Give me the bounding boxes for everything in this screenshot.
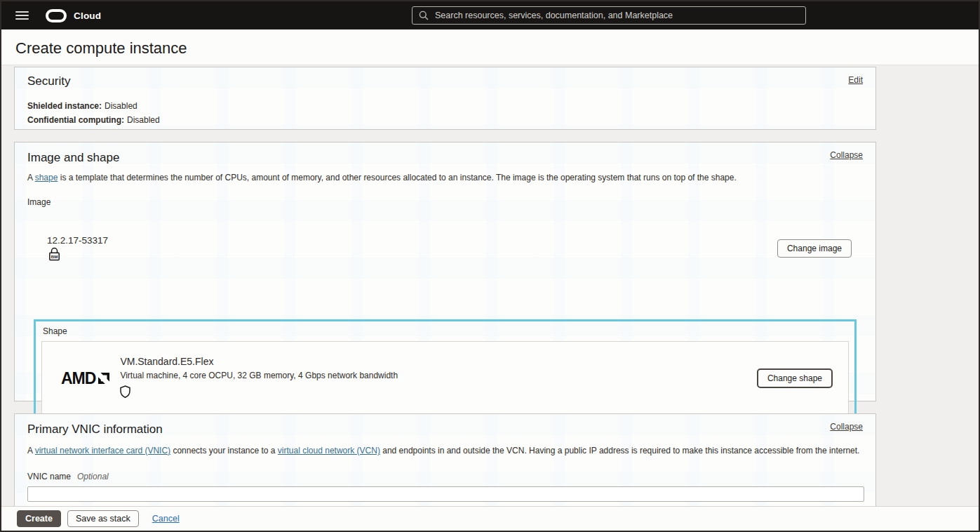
create-button[interactable]: Create — [17, 510, 61, 527]
content-area: Edit Security Shielded instance:Disabled… — [1, 65, 979, 506]
confidential-computing-row: Confidential computing:Disabled — [27, 113, 863, 127]
cancel-link[interactable]: Cancel — [152, 514, 180, 524]
amd-logo-text: AMD — [61, 369, 95, 388]
vnic-description-prefix: A — [27, 446, 35, 455]
shape-name: VM.Standard.E5.Flex — [120, 356, 398, 367]
page-title: Create compute instance — [15, 39, 979, 58]
search-icon — [419, 11, 429, 20]
image-and-shape-section: Collapse Image and shape A shape is a te… — [14, 142, 876, 401]
primary-vnic-description: A virtual network interface card (VNIC) … — [27, 445, 863, 456]
vnic-doc-link[interactable]: virtual network interface card (VNIC) — [35, 446, 170, 455]
image-row: 12.2.17-53317 BM Change image — [27, 235, 863, 300]
security-section-title: Security — [27, 74, 863, 88]
vnic-name-label: VNIC name — [27, 472, 71, 481]
vnic-collapse-link[interactable]: Collapse — [830, 422, 863, 432]
shape-label: Shape — [43, 326, 849, 336]
image-name: 12.2.17-53317 — [47, 235, 108, 246]
shape-description: Virtual machine, 4 core OCPU, 32 GB memo… — [120, 371, 398, 380]
oracle-logo-icon[interactable] — [46, 9, 67, 22]
vnic-name-label-row: VNIC nameOptional — [27, 472, 863, 481]
shielded-instance-value: Disabled — [105, 101, 137, 111]
image-label: Image — [27, 197, 863, 207]
shape-details: VM.Standard.E5.Flex Virtual machine, 4 c… — [120, 356, 398, 401]
shielded-instance-row: Shielded instance:Disabled — [27, 99, 863, 113]
vnic-description-suffix: and endpoints in and outside the VCN. Ha… — [380, 446, 860, 455]
save-as-stack-button[interactable]: Save as stack — [67, 510, 139, 527]
confidential-computing-value: Disabled — [127, 115, 160, 125]
image-and-shape-description: A shape is a template that determines th… — [27, 172, 863, 183]
menu-icon-bar — [15, 15, 29, 16]
bare-metal-lock-icon: BM — [47, 246, 62, 262]
security-section: Edit Security Shielded instance:Disabled… — [14, 67, 876, 130]
page-header: Create compute instance — [1, 29, 979, 65]
change-image-button[interactable]: Change image — [777, 239, 852, 258]
image-shape-collapse-link[interactable]: Collapse — [830, 150, 863, 160]
shield-icon — [120, 385, 130, 398]
confidential-computing-label: Confidential computing: — [27, 115, 124, 125]
search-input[interactable] — [435, 11, 799, 20]
menu-icon-bar — [15, 18, 29, 20]
search-bar[interactable] — [412, 6, 806, 25]
app-window: Cloud Create compute instance Edit Secur… — [0, 0, 980, 532]
image-and-shape-title: Image and shape — [27, 151, 863, 165]
description-prefix: A — [27, 173, 35, 182]
change-shape-button[interactable]: Change shape — [757, 368, 833, 388]
shielded-instance-label: Shielded instance: — [27, 101, 102, 111]
shape-card: AMD VM.Standard.E5.Flex Virtual machine,… — [41, 341, 849, 415]
amd-logo: AMD — [61, 369, 111, 388]
amd-arrow-icon — [97, 371, 111, 385]
security-edit-link[interactable]: Edit — [848, 75, 863, 85]
primary-vnic-title: Primary VNIC information — [27, 423, 863, 437]
image-info: 12.2.17-53317 BM — [47, 235, 108, 262]
shape-selection-highlight: Shape AMD VM.Standard.E5.Flex Virtual ma… — [34, 319, 857, 423]
description-suffix: is a template that determines the number… — [58, 173, 736, 182]
brand-label: Cloud — [74, 11, 101, 21]
vnic-optional-label: Optional — [77, 472, 109, 481]
primary-vnic-section: Collapse Primary VNIC information A virt… — [14, 413, 876, 506]
svg-text:BM: BM — [51, 254, 58, 259]
menu-icon[interactable] — [15, 11, 29, 20]
action-footer: Create Save as stack Cancel — [1, 506, 979, 531]
shape-doc-link[interactable]: shape — [35, 173, 58, 182]
vnic-name-input[interactable] — [27, 486, 864, 502]
topbar: Cloud — [1, 1, 979, 29]
menu-icon-bar — [15, 11, 29, 13]
vnic-description-middle: connects your instance to a — [170, 446, 278, 455]
vcn-doc-link[interactable]: virtual cloud network (VCN) — [278, 446, 380, 455]
